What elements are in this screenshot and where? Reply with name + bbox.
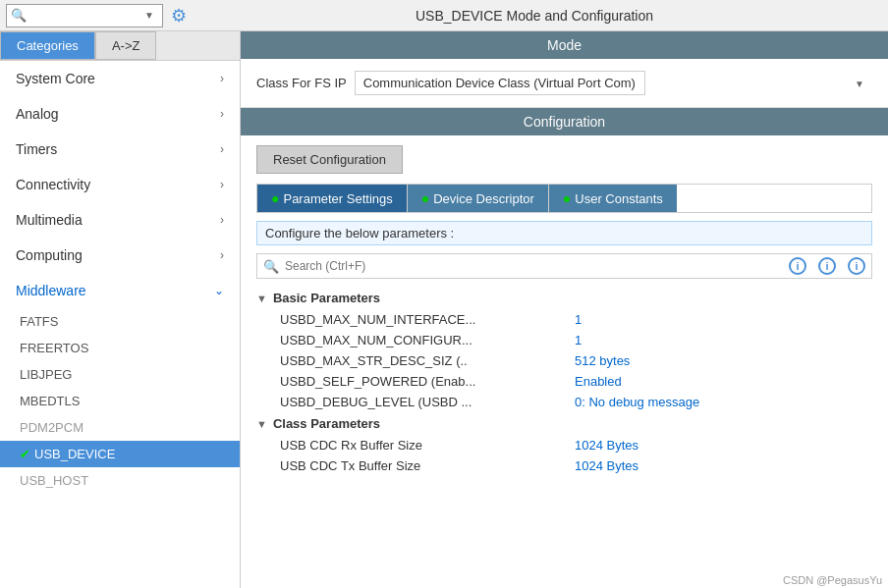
middleware-subitems: FATFS FREERTOS LIBJPEG MBEDTLS PDM2PCM ✔… [0, 308, 240, 494]
param-row: USBD_MAX_NUM_INTERFACE... 1 [256, 309, 872, 330]
check-icon: ● [563, 190, 571, 206]
sidebar-subitem-usb-host[interactable]: USB_HOST [0, 467, 240, 494]
param-value: 512 bytes [575, 353, 630, 368]
info-icon-1[interactable]: i [789, 257, 806, 275]
config-section: Configuration Reset Configuration ● Para… [241, 108, 888, 572]
tab-label: User Constants [575, 191, 663, 206]
param-row: USBD_DEBUG_LEVEL (USBD ... 0: No debug m… [256, 392, 872, 412]
info-icon-2[interactable]: i [818, 257, 836, 275]
param-name: USBD_MAX_NUM_CONFIGUR... [280, 333, 575, 347]
class-select-wrapper: Communication Device Class (Virtual Port… [355, 71, 872, 95]
param-value: Enabled [575, 374, 622, 389]
sidebar-subitem-mbedtls[interactable]: MBEDTLS [0, 388, 240, 414]
collapse-icon: ▼ [256, 293, 267, 304]
group-label: Basic Parameters [273, 291, 380, 305]
sidebar-item-label: System Core [16, 71, 95, 86]
chevron-down-icon: ⌄ [214, 284, 224, 297]
param-group-basic[interactable]: ▼ Basic Parameters [256, 287, 872, 309]
param-row: USB CDC Tx Buffer Size 1024 Bytes [256, 455, 872, 476]
sidebar-tab-bar: Categories A->Z [0, 31, 240, 61]
mode-section-header: Mode [241, 31, 888, 59]
param-search-bar: 🔍 i i i [256, 253, 872, 279]
check-icon: ✔ [20, 447, 30, 461]
class-label: Class For FS IP [256, 76, 347, 90]
group-label: Class Parameters [273, 416, 380, 431]
param-group-class[interactable]: ▼ Class Parameters [256, 412, 872, 435]
sidebar-subitem-pdm2pcm[interactable]: PDM2PCM [0, 414, 240, 441]
search-icon: 🔍 [263, 259, 279, 274]
sidebar-item-label: Connectivity [16, 177, 90, 192]
config-body: Reset Configuration ● Parameter Settings… [241, 135, 888, 572]
check-icon: ● [271, 190, 279, 206]
param-name: USBD_SELF_POWERED (Enab... [280, 374, 575, 389]
param-name: USBD_MAX_STR_DESC_SIZ (.. [280, 353, 575, 368]
right-panel: Mode Class For FS IP Communication Devic… [241, 31, 888, 588]
sidebar-item-label: Computing [16, 247, 83, 263]
tab-parameter-settings[interactable]: ● Parameter Settings [257, 185, 408, 212]
configure-text: Configure the below parameters : [256, 221, 872, 245]
sidebar-item-connectivity[interactable]: Connectivity › [0, 167, 240, 202]
sidebar-item-label: Multimedia [16, 212, 83, 228]
tab-device-descriptor[interactable]: ● Device Descriptor [408, 185, 549, 212]
reset-config-button[interactable]: Reset Configuration [256, 145, 403, 174]
param-search-input[interactable] [285, 259, 462, 273]
info-icon-3[interactable]: i [848, 257, 865, 275]
sidebar-item-system-core[interactable]: System Core › [0, 61, 240, 96]
param-row: USB CDC Rx Buffer Size 1024 Bytes [256, 435, 872, 455]
config-section-header: Configuration [241, 108, 888, 135]
sidebar-item-analog[interactable]: Analog › [0, 96, 240, 132]
chevron-right-icon: › [220, 72, 224, 85]
tab-categories[interactable]: Categories [0, 31, 95, 60]
sidebar-subitem-libjpeg[interactable]: LIBJPEG [0, 361, 240, 388]
param-name: USB CDC Rx Buffer Size [280, 438, 575, 453]
sidebar-item-label: Timers [16, 141, 57, 157]
tab-az[interactable]: A->Z [95, 31, 157, 60]
mode-row: Class For FS IP Communication Device Cla… [256, 71, 872, 95]
sidebar: Categories A->Z System Core › Analog › T… [0, 31, 241, 588]
sidebar-item-timers[interactable]: Timers › [0, 132, 240, 167]
param-value: 1 [575, 333, 582, 347]
mode-section: Class For FS IP Communication Device Cla… [241, 59, 888, 108]
param-row: USBD_MAX_STR_DESC_SIZ (.. 512 bytes [256, 350, 872, 371]
info-icons: i i i [789, 257, 865, 275]
sidebar-search-input[interactable] [27, 9, 144, 23]
config-tab-bar: ● Parameter Settings ● Device Descriptor… [256, 184, 872, 213]
tab-user-constants[interactable]: ● User Constants [549, 185, 677, 212]
sidebar-subitem-fatfs[interactable]: FATFS [0, 308, 240, 335]
chevron-right-icon: › [220, 142, 224, 156]
page-title: USB_DEVICE Mode and Configuration [187, 8, 882, 24]
sidebar-item-multimedia[interactable]: Multimedia › [0, 202, 240, 238]
sidebar-item-computing[interactable]: Computing › [0, 238, 240, 273]
gear-icon[interactable]: ⚙ [171, 5, 187, 27]
param-value: 1024 Bytes [575, 458, 638, 473]
check-icon: ● [421, 190, 429, 206]
tab-label: Parameter Settings [283, 191, 392, 206]
chevron-right-icon: › [220, 213, 224, 227]
param-row: USBD_SELF_POWERED (Enab... Enabled [256, 371, 872, 392]
sidebar-search-box[interactable]: 🔍 ▼ [6, 4, 163, 27]
sidebar-item-label: Middleware [16, 283, 86, 298]
search-icon: 🔍 [11, 8, 27, 23]
param-name: USBD_DEBUG_LEVEL (USBD ... [280, 395, 575, 409]
params-area: ▼ Basic Parameters USBD_MAX_NUM_INTERFAC… [256, 287, 872, 562]
chevron-right-icon: › [220, 248, 224, 262]
class-select[interactable]: Communication Device Class (Virtual Port… [355, 71, 645, 95]
tab-label: Device Descriptor [433, 191, 534, 206]
sidebar-subitem-freertos[interactable]: FREERTOS [0, 335, 240, 361]
param-value: 1024 Bytes [575, 438, 638, 453]
dropdown-arrow[interactable]: ▼ [144, 10, 154, 21]
sidebar-subitem-usb-device[interactable]: ✔USB_DEVICE [0, 441, 240, 467]
content-area: Categories A->Z System Core › Analog › T… [0, 31, 888, 588]
collapse-icon: ▼ [256, 418, 267, 430]
sidebar-item-middleware[interactable]: Middleware ⌄ [0, 273, 240, 308]
param-value: 0: No debug message [575, 395, 699, 409]
param-row: USBD_MAX_NUM_CONFIGUR... 1 [256, 330, 872, 350]
param-name: USBD_MAX_NUM_INTERFACE... [280, 312, 575, 327]
sidebar-item-label: Analog [16, 106, 59, 122]
chevron-right-icon: › [220, 178, 224, 191]
chevron-right-icon: › [220, 107, 224, 121]
param-value: 1 [575, 312, 582, 327]
watermark: CSDN @PegasusYu [241, 572, 888, 588]
top-bar: 🔍 ▼ ⚙ USB_DEVICE Mode and Configuration [0, 0, 888, 31]
param-name: USB CDC Tx Buffer Size [280, 458, 575, 473]
